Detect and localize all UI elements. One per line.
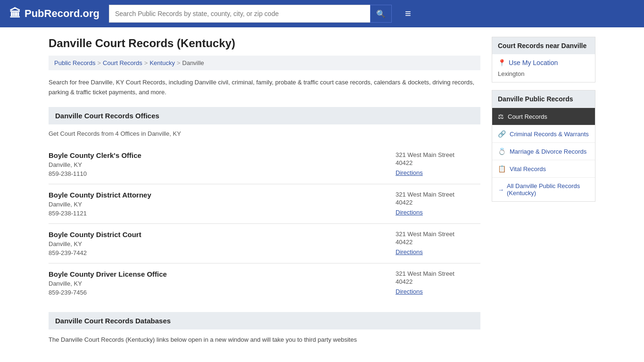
nav-item-vital-records-label: Vital Records [510, 165, 546, 173]
office-city: Danville, KY [49, 201, 386, 208]
breadcrumb-sep-2: > [144, 59, 148, 66]
nav-item-marriage-records[interactable]: 💍 Marriage & Divorce Records [492, 142, 595, 160]
office-info: Boyle County District Court Danville, KY… [49, 230, 386, 256]
search-icon: 🔍 [376, 9, 386, 18]
nearby-box-content: 📍 Use My Location Lexington [492, 54, 595, 82]
office-city: Danville, KY [49, 280, 386, 287]
office-zip: 40422 [396, 159, 480, 166]
office-zip: 40422 [396, 199, 480, 206]
search-button[interactable]: 🔍 [370, 5, 392, 23]
office-phone: 859-238-1121 [49, 210, 386, 217]
office-city: Danville, KY [49, 161, 386, 168]
search-bar: 🔍 [109, 5, 392, 23]
office-address: 321 West Main Street 40422 Directions [396, 230, 480, 256]
office-address: 321 West Main Street 40422 Directions [396, 191, 480, 217]
use-location-button[interactable]: 📍 Use My Location [498, 59, 589, 66]
office-street: 321 West Main Street [396, 270, 480, 277]
office-phone: 859-238-1110 [49, 170, 386, 177]
logo-icon: 🏛 [9, 7, 21, 20]
office-zip: 40422 [396, 239, 480, 246]
databases-description: The Danville Court Records (Kentucky) li… [49, 335, 480, 345]
logo-text: PubRecord.org [25, 8, 99, 20]
public-records-nav: Danville Public Records ⚖ Court Records … [492, 90, 595, 202]
office-street: 321 West Main Street [396, 230, 480, 238]
use-location-label: Use My Location [509, 59, 558, 66]
breadcrumb-public-records[interactable]: Public Records [54, 59, 95, 66]
nav-item-marriage-records-label: Marriage & Divorce Records [510, 148, 586, 155]
criminal-records-icon: 🔗 [498, 130, 506, 138]
directions-link[interactable]: Directions [396, 209, 423, 216]
vital-records-icon: 📋 [498, 165, 506, 173]
offices-list: Boyle County Clerk's Office Danville, KY… [49, 145, 480, 303]
breadcrumb: Public Records > Court Records > Kentuck… [49, 56, 480, 70]
breadcrumb-kentucky[interactable]: Kentucky [149, 59, 174, 66]
nav-item-vital-records[interactable]: 📋 Vital Records [492, 160, 595, 177]
office-card: Boyle County Driver License Office Danvi… [49, 263, 480, 303]
office-name: Boyle County District Court [49, 230, 386, 239]
office-name: Boyle County Driver License Office [49, 270, 386, 278]
nav-item-court-records[interactable]: ⚖ Court Records [492, 107, 595, 125]
directions-link[interactable]: Directions [396, 169, 423, 176]
office-info: Boyle County Clerk's Office Danville, KY… [49, 151, 386, 177]
menu-button[interactable]: ≡ [405, 8, 411, 20]
office-name: Boyle County District Attorney [49, 191, 386, 199]
office-info: Boyle County District Attorney Danville,… [49, 191, 386, 217]
office-city: Danville, KY [49, 240, 386, 247]
all-records-link[interactable]: → All Danville Public Records (Kentucky) [492, 177, 595, 201]
nav-item-criminal-records[interactable]: 🔗 Criminal Records & Warrants [492, 125, 595, 142]
all-records-arrow-icon: → [498, 186, 504, 193]
directions-link[interactable]: Directions [396, 248, 423, 255]
office-street: 321 West Main Street [396, 151, 480, 158]
menu-icon: ≡ [405, 8, 411, 19]
nearby-city[interactable]: Lexington [498, 70, 589, 77]
main-container: Danville Court Records (Kentucky) Public… [39, 27, 605, 362]
nearby-box: Court Records near Danville 📍 Use My Loc… [492, 37, 595, 82]
sidebar: Court Records near Danville 📍 Use My Loc… [492, 37, 595, 354]
content-area: Danville Court Records (Kentucky) Public… [49, 37, 480, 354]
public-records-nav-title: Danville Public Records [492, 90, 595, 107]
location-icon: 📍 [498, 59, 506, 66]
directions-link[interactable]: Directions [396, 288, 423, 295]
nearby-box-title: Court Records near Danville [492, 37, 595, 54]
office-name: Boyle County Clerk's Office [49, 151, 386, 159]
nav-item-court-records-label: Court Records [508, 113, 547, 120]
breadcrumb-court-records[interactable]: Court Records [103, 59, 142, 66]
search-input[interactable] [109, 5, 370, 23]
marriage-records-icon: 💍 [498, 148, 506, 155]
office-info: Boyle County Driver License Office Danvi… [49, 270, 386, 296]
breadcrumb-danville: Danville [182, 59, 204, 66]
office-zip: 40422 [396, 278, 480, 285]
office-card: Boyle County Clerk's Office Danville, KY… [49, 145, 480, 184]
office-card: Boyle County District Court Danville, KY… [49, 224, 480, 263]
site-header: 🏛 PubRecord.org 🔍 ≡ [0, 0, 644, 27]
all-records-label: All Danville Public Records (Kentucky) [507, 182, 589, 197]
site-logo[interactable]: 🏛 PubRecord.org [9, 7, 99, 20]
office-address: 321 West Main Street 40422 Directions [396, 151, 480, 177]
office-address: 321 West Main Street 40422 Directions [396, 270, 480, 296]
offices-section-heading: Danville Court Records Offices [49, 107, 480, 124]
office-card: Boyle County District Attorney Danville,… [49, 184, 480, 224]
page-title: Danville Court Records (Kentucky) [49, 37, 480, 50]
offices-subtitle: Get Court Records from 4 Offices in Danv… [49, 130, 480, 137]
breadcrumb-sep-3: > [177, 59, 181, 66]
page-description: Search for free Danville, KY Court Recor… [49, 78, 480, 98]
court-records-icon: ⚖ [498, 113, 504, 120]
office-phone: 859-239-7442 [49, 249, 386, 256]
nav-item-criminal-records-label: Criminal Records & Warrants [510, 131, 589, 138]
office-phone: 859-239-7456 [49, 289, 386, 296]
databases-section-heading: Danville Court Records Databases [49, 312, 480, 329]
breadcrumb-sep-1: > [97, 59, 101, 66]
office-street: 321 West Main Street [396, 191, 480, 198]
